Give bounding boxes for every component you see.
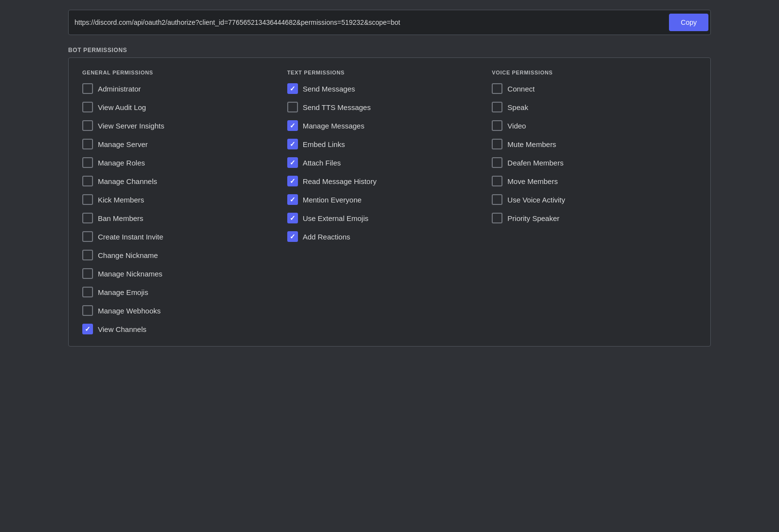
permission-item-text-8[interactable]: Add Reactions	[287, 231, 492, 242]
permission-item-general-3[interactable]: Manage Server	[82, 139, 287, 149]
checkbox-general-4[interactable]	[82, 157, 93, 168]
checkbox-voice-3[interactable]	[492, 139, 502, 149]
checkbox-voice-6[interactable]	[492, 194, 502, 205]
permission-label-voice-3: Mute Members	[507, 140, 556, 148]
checkbox-text-7[interactable]	[287, 213, 298, 223]
url-bar: https://discord.com/api/oauth2/authorize…	[68, 10, 711, 35]
permission-item-voice-2[interactable]: Video	[492, 120, 697, 131]
checkbox-text-5[interactable]	[287, 176, 298, 186]
checkbox-text-6[interactable]	[287, 194, 298, 205]
permission-item-general-13[interactable]: View Channels	[82, 324, 287, 334]
column-header-general: GENERAL PERMISSIONS	[82, 70, 287, 75]
permission-label-text-7: Use External Emojis	[303, 214, 369, 222]
checkbox-general-6[interactable]	[82, 194, 93, 205]
checkbox-general-12[interactable]	[82, 305, 93, 316]
permission-item-voice-7[interactable]: Priority Speaker	[492, 213, 697, 223]
permission-item-voice-3[interactable]: Mute Members	[492, 139, 697, 149]
permission-label-voice-5: Move Members	[507, 177, 557, 185]
permission-label-general-9: Change Nickname	[98, 251, 158, 259]
permission-item-text-6[interactable]: Mention Everyone	[287, 194, 492, 205]
permission-item-general-2[interactable]: View Server Insights	[82, 120, 287, 131]
checkbox-text-2[interactable]	[287, 120, 298, 131]
permission-label-voice-1: Speak	[507, 103, 528, 111]
checkbox-general-13[interactable]	[82, 324, 93, 334]
checkbox-text-1[interactable]	[287, 102, 298, 112]
permission-label-text-0: Send Messages	[303, 85, 355, 93]
bot-permissions-label: BOT PERMISSIONS	[68, 47, 711, 54]
permission-label-text-4: Attach Files	[303, 159, 341, 167]
permission-label-general-1: View Audit Log	[98, 103, 146, 111]
checkbox-general-2[interactable]	[82, 120, 93, 131]
permission-label-general-0: Administrator	[98, 85, 141, 93]
permission-item-voice-1[interactable]: Speak	[492, 102, 697, 112]
permission-label-voice-6: Use Voice Activity	[507, 196, 565, 204]
permission-item-general-7[interactable]: Ban Members	[82, 213, 287, 223]
checkbox-general-11[interactable]	[82, 287, 93, 297]
checkbox-text-4[interactable]	[287, 157, 298, 168]
permission-item-text-5[interactable]: Read Message History	[287, 176, 492, 186]
permissions-column-text: TEXT PERMISSIONSSend MessagesSend TTS Me…	[287, 70, 492, 334]
permission-label-general-3: Manage Server	[98, 140, 148, 148]
permission-item-general-10[interactable]: Manage Nicknames	[82, 268, 287, 279]
permission-item-general-8[interactable]: Create Instant Invite	[82, 231, 287, 242]
checkbox-text-3[interactable]	[287, 139, 298, 149]
permissions-box: GENERAL PERMISSIONSAdministratorView Aud…	[68, 57, 711, 347]
permission-label-general-10: Manage Nicknames	[98, 270, 163, 278]
permission-label-general-7: Ban Members	[98, 214, 143, 222]
permission-item-text-3[interactable]: Embed Links	[287, 139, 492, 149]
permission-label-text-5: Read Message History	[303, 177, 377, 185]
permission-label-voice-2: Video	[507, 122, 526, 130]
checkbox-general-7[interactable]	[82, 213, 93, 223]
main-container: https://discord.com/api/oauth2/authorize…	[68, 10, 711, 347]
checkbox-voice-1[interactable]	[492, 102, 502, 112]
checkbox-general-3[interactable]	[82, 139, 93, 149]
permission-label-voice-0: Connect	[507, 85, 535, 93]
permission-label-voice-4: Deafen Members	[507, 159, 563, 167]
checkbox-general-0[interactable]	[82, 83, 93, 94]
permission-item-text-0[interactable]: Send Messages	[287, 83, 492, 94]
url-text: https://discord.com/api/oauth2/authorize…	[74, 18, 669, 26]
checkbox-voice-4[interactable]	[492, 157, 502, 168]
permission-label-general-8: Create Instant Invite	[98, 233, 163, 241]
permission-item-text-1[interactable]: Send TTS Messages	[287, 102, 492, 112]
permission-item-voice-0[interactable]: Connect	[492, 83, 697, 94]
permission-label-text-8: Add Reactions	[303, 233, 351, 241]
copy-button[interactable]: Copy	[669, 14, 708, 31]
permission-item-general-4[interactable]: Manage Roles	[82, 157, 287, 168]
checkbox-voice-5[interactable]	[492, 176, 502, 186]
permission-item-voice-4[interactable]: Deafen Members	[492, 157, 697, 168]
checkbox-general-1[interactable]	[82, 102, 93, 112]
checkbox-voice-7[interactable]	[492, 213, 502, 223]
permission-item-general-11[interactable]: Manage Emojis	[82, 287, 287, 297]
checkbox-general-5[interactable]	[82, 176, 93, 186]
checkbox-text-0[interactable]	[287, 83, 298, 94]
column-header-voice: VOICE PERMISSIONS	[492, 70, 697, 75]
permission-item-general-5[interactable]: Manage Channels	[82, 176, 287, 186]
checkbox-general-9[interactable]	[82, 250, 93, 260]
checkbox-general-10[interactable]	[82, 268, 93, 279]
permission-item-voice-5[interactable]: Move Members	[492, 176, 697, 186]
checkbox-voice-2[interactable]	[492, 120, 502, 131]
permission-item-text-2[interactable]: Manage Messages	[287, 120, 492, 131]
permission-item-text-4[interactable]: Attach Files	[287, 157, 492, 168]
permission-label-text-1: Send TTS Messages	[303, 103, 371, 111]
permissions-column-voice: VOICE PERMISSIONSConnectSpeakVideoMute M…	[492, 70, 697, 334]
permission-label-text-2: Manage Messages	[303, 122, 365, 130]
permission-item-general-9[interactable]: Change Nickname	[82, 250, 287, 260]
permission-item-general-12[interactable]: Manage Webhooks	[82, 305, 287, 316]
permission-label-general-4: Manage Roles	[98, 159, 145, 167]
permission-label-general-11: Manage Emojis	[98, 288, 148, 296]
permission-label-general-2: View Server Insights	[98, 122, 164, 130]
checkbox-voice-0[interactable]	[492, 83, 502, 94]
permission-item-voice-6[interactable]: Use Voice Activity	[492, 194, 697, 205]
permission-item-general-6[interactable]: Kick Members	[82, 194, 287, 205]
permission-item-text-7[interactable]: Use External Emojis	[287, 213, 492, 223]
checkbox-general-8[interactable]	[82, 231, 93, 242]
permissions-column-general: GENERAL PERMISSIONSAdministratorView Aud…	[82, 70, 287, 334]
permission-item-general-0[interactable]: Administrator	[82, 83, 287, 94]
permission-label-general-13: View Channels	[98, 325, 147, 333]
permission-item-general-1[interactable]: View Audit Log	[82, 102, 287, 112]
column-header-text: TEXT PERMISSIONS	[287, 70, 492, 75]
permission-label-general-6: Kick Members	[98, 196, 144, 204]
checkbox-text-8[interactable]	[287, 231, 298, 242]
